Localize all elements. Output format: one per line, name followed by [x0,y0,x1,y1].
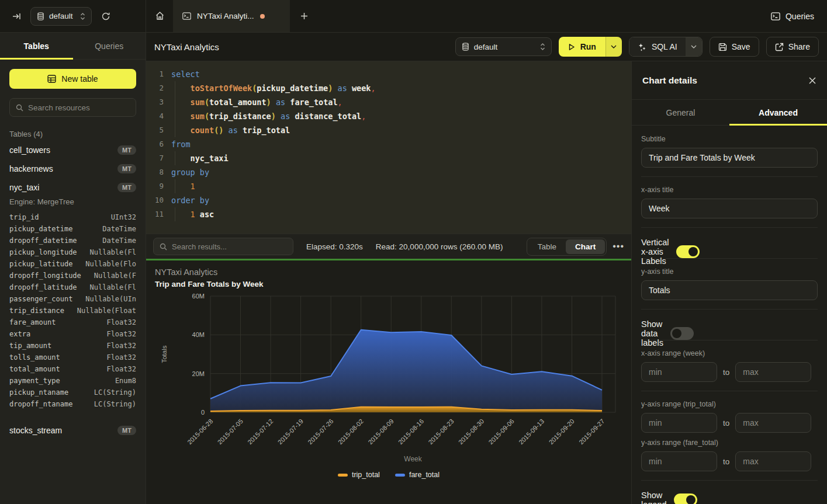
new-table-button[interactable]: New table [9,69,136,89]
field-input-x-axis-title[interactable] [641,199,818,218]
database-select-value: default [49,12,73,20]
legend-item-trip_total[interactable]: trip_total [338,471,380,479]
range-max-input[interactable] [735,413,811,433]
sidebar-tab-tables[interactable]: Tables [0,33,73,59]
table-name: nyc_taxi [9,183,39,192]
toggle-show-legend[interactable] [674,493,697,504]
editor-line[interactable]: 6from [146,137,631,151]
range-min-input[interactable] [641,451,717,471]
home-button[interactable] [146,0,173,32]
new-tab-button[interactable] [290,0,318,32]
toggle-show-data-labels[interactable] [670,327,694,340]
toggle-label: Vertical x-axis Labels [641,238,669,266]
column-name: dropoff_longitude [9,272,81,280]
column-name: passenger_count [9,295,72,303]
sidebar-tab-queries[interactable]: Queries [73,33,146,59]
column-type: UInt32 [111,213,136,221]
results-search-input[interactable] [172,242,287,251]
editor-line[interactable]: 7 nyc_taxi [146,151,631,165]
sql-ai-button[interactable]: SQL AI [629,37,686,56]
range-max-input[interactable] [735,451,811,471]
svg-text:2015-09-06: 2015-09-06 [487,418,515,446]
column-type: Nullable(Float [77,307,136,315]
panel-tab-advanced[interactable]: Advanced [729,100,827,125]
range-max-input[interactable] [735,362,811,382]
line-code: select [164,67,200,81]
range-to-label: to [723,368,729,377]
table-row[interactable]: cell_towersMT [0,141,146,159]
chevron-updown-icon [80,12,85,20]
collapse-sidebar-icon[interactable] [8,8,25,25]
panel-tab-general[interactable]: General [632,100,729,125]
results-search[interactable] [153,238,293,255]
save-button[interactable]: Save [710,37,759,57]
column-name: extra [9,330,30,338]
line-code: group by [164,165,209,179]
column-row: payment_typeEnum8 [9,377,136,388]
tables-list: cell_towersMThackernewsMTnyc_taxiMTEngin… [0,141,146,440]
view-toggle-chart[interactable]: Chart [566,239,605,254]
area-chart[interactable]: 020M40M60MTotals2015-06-282015-07-052015… [146,260,631,468]
line-number: 10 [146,193,164,207]
chart-panel: NYTaxi Analytics Trip and Fare Totals by… [146,260,631,504]
legend-item-fare_total[interactable]: fare_total [395,471,440,479]
column-name: pickup_latitude [9,260,72,268]
toggle-vertical-x-axis-labels[interactable] [676,245,700,258]
editor-line[interactable]: 1select [146,67,631,81]
query-database-select[interactable]: default [455,37,552,56]
line-number: 2 [146,81,164,95]
sql-ai-caret[interactable] [686,37,702,56]
refresh-icon[interactable] [98,8,114,25]
sidebar-search[interactable] [9,98,136,117]
table-name: stocks_stream [9,426,62,435]
close-icon[interactable] [808,77,816,85]
queries-button[interactable]: Queries [771,12,814,21]
sidebar-search-input[interactable] [28,103,130,112]
svg-text:2015-08-23: 2015-08-23 [427,418,455,446]
field-input-subtitle[interactable] [641,148,818,168]
range-min-input[interactable] [641,362,717,382]
editor-line[interactable]: 8group by [146,165,631,179]
line-code: count() as trip_total [164,123,290,137]
share-button[interactable]: Share [766,37,819,57]
run-button[interactable]: Run [559,37,605,57]
editor-line[interactable]: 9 1 [146,179,631,193]
run-label: Run [580,42,596,51]
tab-title: NYTaxi Analyti... [197,12,254,20]
column-name: trip_distance [9,307,64,315]
toggle-knob [686,495,695,504]
engine-badge: MT [117,145,136,155]
sidebar: Tables Queries New table Tables (4) cell… [0,33,146,504]
editor-line[interactable]: 5 count() as trip_total [146,123,631,137]
field-input-y-axis-title[interactable] [641,280,818,300]
results-toolbar: Elapsed: 0.320s Read: 20,000,000 rows (2… [146,234,631,259]
table-row[interactable]: hackernewsMT [0,159,146,178]
line-code: sum(total_amount) as fare_total, [164,95,342,109]
sql-ai-label: SQL AI [652,42,677,51]
column-row: dropoff_datetimeDateTime [9,237,136,248]
column-type: DateTime [102,237,136,245]
table-row[interactable]: stocks_streamMT [0,421,146,440]
editor-line[interactable]: 10order by [146,193,631,207]
engine-badge: MT [117,183,136,192]
database-select[interactable]: default [30,7,92,26]
sql-editor[interactable]: 1select2 toStartOfWeek(pickup_datetime) … [146,61,631,234]
new-table-label: New table [61,74,98,84]
range-min-input[interactable] [641,413,717,433]
section-divider [641,309,818,310]
column-name: tip_amount [9,342,51,350]
view-toggle-table[interactable]: Table [528,239,566,254]
run-options-caret[interactable] [605,37,622,57]
sidebar-tabs: Tables Queries [0,33,146,60]
column-name: pickup_ntaname [9,388,68,397]
editor-line[interactable]: 4 sum(trip_distance) as distance_total, [146,109,631,123]
more-options-icon[interactable]: ••• [613,241,624,252]
editor-line[interactable]: 11 1 asc [146,207,631,221]
table-row[interactable]: nyc_taxiMT [0,178,146,197]
section-divider [641,480,818,481]
editor-line[interactable]: 3 sum(total_amount) as fare_total, [146,95,631,109]
editor-line[interactable]: 2 toStartOfWeek(pickup_datetime) as week… [146,81,631,95]
table-icon [47,75,56,83]
tab-nytaxi-analytics[interactable]: NYTaxi Analyti... [173,0,290,32]
column-type: Enum8 [115,377,136,385]
